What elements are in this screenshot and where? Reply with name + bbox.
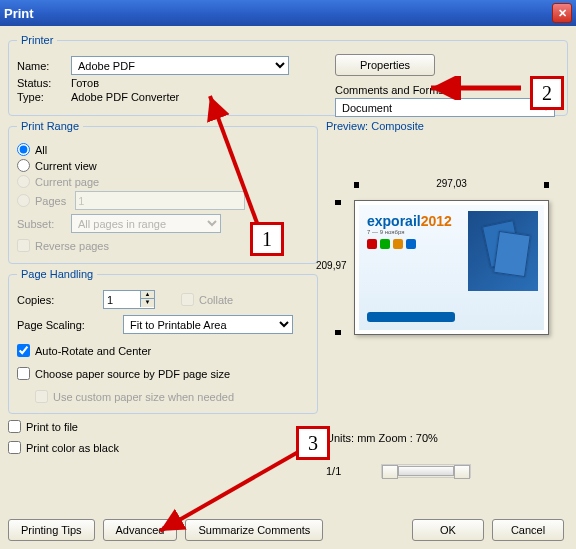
- page-scrollbar[interactable]: [381, 464, 471, 478]
- auto-rotate-check[interactable]: Auto-Rotate and Center: [17, 344, 309, 357]
- units-zoom: Units: mm Zoom : 70%: [326, 432, 568, 444]
- page-handling-group: Page Handling Copies: ▲ ▼ Collate: [8, 268, 318, 414]
- ok-button[interactable]: OK: [412, 519, 484, 541]
- arrow-3: [150, 446, 310, 546]
- arrow-1: [200, 86, 280, 236]
- window-title: Print: [4, 6, 34, 21]
- printer-group: Printer Name: Adobe PDF Status: Готов Ty…: [8, 34, 568, 116]
- page-scaling-label: Page Scaling:: [17, 319, 117, 331]
- type-label: Type:: [17, 91, 65, 103]
- dimension-height: 209,97: [324, 200, 354, 335]
- callout-3: 3: [296, 426, 330, 460]
- properties-button[interactable]: Properties: [335, 54, 435, 76]
- status-label: Status:: [17, 77, 65, 89]
- print-range-legend: Print Range: [17, 120, 83, 132]
- svg-line-0: [210, 96, 260, 231]
- printer-legend: Printer: [17, 34, 57, 46]
- copies-input[interactable]: [104, 291, 140, 308]
- spin-down-icon[interactable]: ▼: [140, 299, 154, 307]
- preview-title: Preview: Composite: [326, 120, 568, 132]
- comments-forms-select[interactable]: Document: [335, 98, 555, 117]
- page-scaling-select[interactable]: Fit to Printable Area: [123, 315, 293, 334]
- dimension-width: 297,03: [354, 178, 549, 189]
- collate-check: Collate: [181, 293, 233, 306]
- spin-up-icon[interactable]: ▲: [140, 291, 154, 299]
- svg-line-2: [160, 451, 300, 531]
- page-indicator: 1/1: [326, 465, 341, 477]
- printing-tips-button[interactable]: Printing Tips: [8, 519, 95, 541]
- use-custom-check: Use custom paper size when needed: [35, 390, 309, 403]
- cancel-button[interactable]: Cancel: [492, 519, 564, 541]
- page-handling-legend: Page Handling: [17, 268, 97, 280]
- callout-2: 2: [530, 76, 564, 110]
- preview-page: exporail2012 7 — 9 ноября: [354, 200, 549, 335]
- copies-spinner[interactable]: ▲ ▼: [103, 290, 155, 309]
- subset-label: Subset:: [17, 218, 65, 230]
- preview-area: 297,03 209,97 exporail2012 7 — 9 ноября: [326, 172, 551, 372]
- copies-label: Copies:: [17, 294, 97, 306]
- callout-1: 1: [250, 222, 284, 256]
- name-label: Name:: [17, 60, 65, 72]
- type-value: Adobe PDF Converter: [71, 91, 179, 103]
- title-bar: Print ✕: [0, 0, 576, 26]
- print-to-file-check[interactable]: Print to file: [8, 420, 318, 433]
- subset-select: All pages in range: [71, 214, 221, 233]
- printer-name-select[interactable]: Adobe PDF: [71, 56, 289, 75]
- arrow-2: [426, 76, 526, 100]
- status-value: Готов: [71, 77, 99, 89]
- close-icon[interactable]: ✕: [552, 3, 572, 23]
- choose-paper-check[interactable]: Choose paper source by PDF page size: [17, 367, 309, 380]
